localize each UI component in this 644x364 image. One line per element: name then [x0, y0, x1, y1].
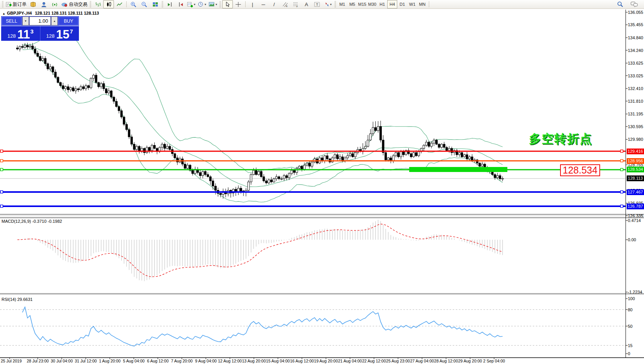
line-handle[interactable]: [621, 191, 623, 194]
timeframe-h4-button[interactable]: H4: [387, 0, 397, 8]
time-tick-label: 1 Aug 20:00: [99, 359, 120, 363]
turning-point-annotation[interactable]: 多空转折点: [529, 131, 592, 147]
horizontal-line-button[interactable]: ─: [258, 0, 269, 8]
cursor-button[interactable]: [222, 0, 233, 8]
arrows-button[interactable]: ▾: [323, 0, 333, 8]
candle: [60, 82, 62, 85]
candle: [258, 172, 260, 175]
line-handle[interactable]: [621, 168, 623, 171]
trendline-button[interactable]: /: [269, 0, 279, 8]
templates-button[interactable]: ▾: [207, 0, 218, 8]
profile-button[interactable]: [38, 0, 49, 8]
periods-button[interactable]: ▾: [197, 0, 207, 8]
channel-button[interactable]: E: [279, 0, 290, 8]
indicators-button[interactable]: ▾: [186, 0, 197, 8]
timeframe-m30-button[interactable]: M30: [367, 0, 377, 8]
candle: [499, 175, 501, 179]
timeframe-w1-button[interactable]: W1: [407, 0, 417, 8]
collapse-icon[interactable]: ▲: [2, 12, 5, 15]
timeframe-mn-button[interactable]: MN: [417, 0, 427, 8]
line-handle[interactable]: [621, 205, 623, 208]
signals-button[interactable]: [49, 0, 60, 8]
line-handle[interactable]: [621, 160, 623, 162]
candle: [298, 166, 300, 168]
line-handle[interactable]: [621, 150, 623, 153]
candle: [433, 140, 435, 143]
rsi-line: [22, 307, 502, 346]
rsi-axis-label: 15: [628, 343, 632, 348]
timeframe-h1-button[interactable]: H1: [377, 0, 387, 8]
sell-price[interactable]: 128113: [1, 26, 40, 41]
timeframe-m1-button[interactable]: M1: [337, 0, 347, 8]
candle: [90, 78, 92, 88]
fibonacci-button[interactable]: F: [290, 0, 301, 8]
line-handle[interactable]: [0, 168, 3, 171]
volume-decrease-button[interactable]: ▾: [22, 17, 29, 25]
buy-price[interactable]: 128157: [40, 26, 79, 41]
line-handle[interactable]: [0, 205, 3, 208]
candle: [17, 48, 18, 49]
timeframe-m5-button[interactable]: M5: [347, 0, 357, 8]
text-label-button[interactable]: T: [312, 0, 323, 8]
price-callout-box[interactable]: 128.534: [560, 164, 600, 176]
timeframe-m15-button[interactable]: M15: [357, 0, 367, 8]
volume-input[interactable]: 1.00: [29, 17, 51, 25]
candle: [481, 164, 483, 166]
candle: [494, 175, 496, 178]
chart-symbol-header: ▲GBPJPY-,H4128.121 128.131 128.111 128.1…: [2, 11, 99, 15]
time-tick-label: 9 Aug 04:00: [195, 359, 217, 363]
candle: [250, 175, 252, 182]
price-chart-canvas[interactable]: 136.055135.455134.840134.240133.625133.0…: [0, 0, 644, 364]
search-button[interactable]: [615, 0, 626, 8]
candle: [131, 137, 133, 144]
line-handle[interactable]: [0, 160, 3, 162]
candle: [497, 175, 498, 177]
macd-indicator: [17, 220, 503, 281]
candle-chart-button[interactable]: [103, 0, 114, 8]
volume-increase-button[interactable]: ▴: [51, 17, 58, 25]
line-handle[interactable]: [0, 191, 3, 194]
tile-windows-button[interactable]: [150, 0, 161, 8]
candle: [29, 46, 31, 47]
toolbar-grip: [90, 1, 91, 7]
chart-area[interactable]: 136.055135.455134.840134.240133.625133.0…: [0, 0, 644, 364]
line-chart-button[interactable]: [114, 0, 125, 8]
candle: [136, 146, 138, 149]
vertical-line-button[interactable]: |: [247, 0, 258, 8]
text-button[interactable]: A: [301, 0, 312, 8]
bar-chart-button[interactable]: [92, 0, 103, 8]
price-tick-label: 131.195: [628, 112, 643, 116]
sell-button[interactable]: SELL: [2, 17, 22, 25]
crosshair-button[interactable]: [233, 0, 244, 8]
buy-button[interactable]: BUY: [59, 17, 79, 25]
book-icon: [30, 2, 36, 7]
price-tick-label: 131.810: [628, 99, 643, 104]
svg-text:T: T: [316, 3, 318, 7]
sell-price-prefix: 128: [7, 33, 16, 38]
new-order-button[interactable]: 新订单: [5, 0, 28, 8]
macd-axis-label: 0.4714: [628, 218, 641, 223]
chat-button[interactable]: [629, 0, 639, 8]
auto-trading-button[interactable]: 自动交易: [60, 0, 89, 8]
one-click-trading-panel: SELL ▾ 1.00 ▴ BUY 128113 128157: [1, 16, 79, 41]
price-tick-label: 136.055: [628, 10, 643, 15]
candle: [418, 152, 420, 156]
price-tick-label: 134.240: [628, 48, 643, 53]
line-handle[interactable]: [0, 150, 3, 153]
candle: [100, 83, 102, 87]
price-tick-label: 133.625: [628, 61, 643, 65]
candle: [87, 86, 89, 88]
profile-icon: [41, 2, 47, 7]
auto-scroll-button[interactable]: [175, 0, 186, 8]
zoom-in-button[interactable]: [128, 0, 139, 8]
history-center-button[interactable]: [28, 0, 38, 8]
candle: [146, 147, 148, 153]
support-zone-bar[interactable]: [409, 167, 507, 172]
candle: [278, 177, 280, 179]
ohlc-quotes: 128.121 128.131 128.111 128.113: [35, 11, 99, 15]
chart-shift-button[interactable]: [164, 0, 175, 8]
zoom-out-button[interactable]: [139, 0, 150, 8]
timeframe-d1-button[interactable]: D1: [397, 0, 407, 8]
candle: [336, 155, 338, 159]
symbol-period-label: GBPJPY-,H4: [7, 11, 32, 15]
